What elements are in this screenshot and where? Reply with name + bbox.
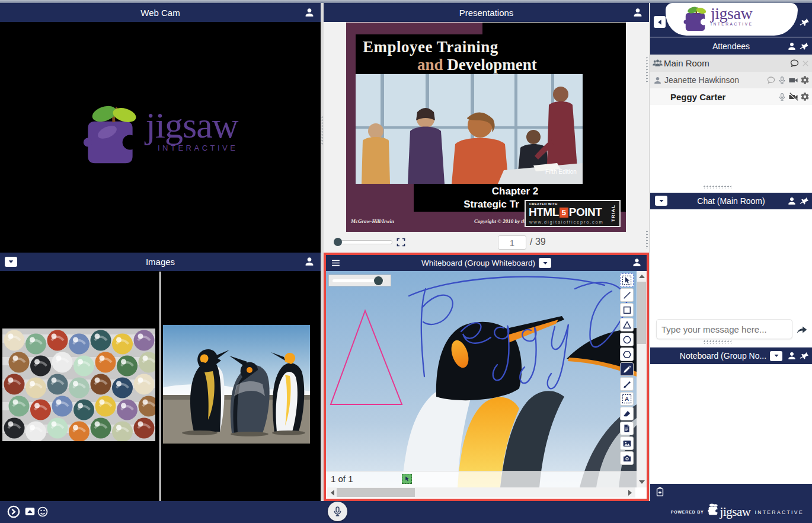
tool-camera-button[interactable]: [620, 451, 634, 465]
chat-title: Chat (Main Room): [697, 196, 765, 206]
chat-send-icon[interactable]: [795, 323, 808, 336]
whiteboard-horizontal-scrollbar[interactable]: [327, 487, 635, 498]
presentations-header: Presentations: [324, 3, 649, 22]
whiteboard-menu-icon[interactable]: [331, 258, 341, 268]
chat-body: [650, 209, 812, 347]
tool-image-button[interactable]: [620, 436, 634, 450]
whiteboard-panel: Whiteboard (Group Whiteboard): [324, 253, 649, 501]
attendee-row[interactable]: Peggy Carter: [650, 88, 812, 105]
jigsaw-wordmark-sub: INTERACTIVE: [146, 143, 238, 152]
slide-chapter: Chapter 2: [435, 186, 595, 197]
images-participants-icon[interactable]: [304, 256, 315, 267]
room-close-icon[interactable]: [801, 59, 810, 68]
slide-photo: [356, 74, 583, 184]
whiteboard-header: Whiteboard (Group Whiteboard): [326, 255, 647, 271]
microphone-button[interactable]: [328, 502, 347, 521]
tool-triangle-button[interactable]: [620, 318, 634, 331]
emoji-button[interactable]: [37, 506, 49, 518]
whiteboard-toolbar: [620, 273, 635, 466]
images-dropdown-button[interactable]: [5, 257, 17, 267]
tool-rectangle-button[interactable]: [620, 303, 634, 317]
footer-wordmark: jigsaw: [720, 505, 751, 519]
attendee-camera-icon[interactable]: [788, 75, 798, 85]
attendee-room-row[interactable]: Main Room: [650, 55, 812, 72]
group-icon: [652, 58, 663, 69]
room-name: Main Room: [664, 58, 709, 68]
jigsaw-wordmark: jigsaw: [146, 109, 238, 142]
footer-puzzle-icon: [708, 506, 718, 516]
attendees-pin-icon[interactable]: [798, 40, 810, 52]
noteboard-body[interactable]: [650, 364, 812, 484]
panel-resize-handle[interactable]: [645, 56, 649, 83]
tool-document-button[interactable]: [620, 422, 634, 435]
attendee-camera-off-icon[interactable]: [788, 92, 798, 102]
attendee-row[interactable]: Jeanette Hawkinson: [650, 72, 812, 89]
attendee-name: Peggy Carter: [670, 92, 725, 102]
slide-edition: Fifth Edition: [545, 168, 577, 175]
attendee-mic-icon[interactable]: [778, 76, 787, 85]
chat-pin-icon[interactable]: [798, 195, 810, 207]
attendees-participants-icon[interactable]: [787, 42, 797, 51]
image-slot-marbles[interactable]: [0, 272, 159, 501]
image-slot-penguins[interactable]: [161, 272, 321, 501]
whiteboard-vertical-scrollbar[interactable]: [637, 271, 647, 487]
app-window: Web Cam jigsaw INTERACTIVE: [0, 0, 812, 523]
presentation-zoom-slider[interactable]: [337, 240, 392, 244]
whiteboard-participants-icon[interactable]: [632, 257, 642, 267]
room-chat-icon[interactable]: [789, 58, 800, 68]
fullscreen-icon[interactable]: [396, 237, 406, 250]
whiteboard-zoom-slider[interactable]: [328, 275, 391, 286]
attendee-settings-icon[interactable]: [800, 92, 810, 101]
slider-knob[interactable]: [334, 238, 342, 246]
tool-hexagon-button[interactable]: [620, 347, 634, 361]
images-panel: Images: [0, 253, 321, 501]
tool-circle-button[interactable]: [620, 333, 634, 346]
panel-resize-handle[interactable]: [703, 340, 731, 344]
noteboard-dropdown-button[interactable]: [770, 351, 782, 361]
tool-pencil-button[interactable]: [620, 362, 634, 376]
sidebar-jigsaw-logo: jigsaw INTERACTIVE: [683, 5, 753, 33]
attendees-header: Attendees: [650, 37, 812, 55]
tool-eraser-button[interactable]: [620, 407, 634, 420]
chat-header: Chat (Main Room): [650, 193, 812, 209]
attendee-chat-icon[interactable]: [766, 75, 776, 85]
whiteboard-dropdown-button[interactable]: [539, 258, 551, 268]
share-image-button[interactable]: [24, 506, 36, 516]
webcam-participants-icon[interactable]: [304, 7, 315, 18]
footer-wordmark-sub: INTERACTIVE: [755, 509, 804, 515]
sidebar-collapse-button[interactable]: [654, 16, 666, 28]
presentations-participants-icon[interactable]: [632, 7, 643, 18]
powered-by-label: POWERED BY: [671, 510, 704, 514]
noteboard-participants-icon[interactable]: [787, 351, 797, 361]
images-header: Images: [0, 253, 321, 271]
attendees-title: Attendees: [712, 42, 750, 51]
sidebar-pin-icon[interactable]: [798, 16, 811, 28]
expand-tray-button[interactable]: [7, 505, 20, 518]
noteboard-header: Noteboard (Group No...: [650, 347, 812, 364]
slide-watermark: CREATED WITH HTML 5 POINT www.digitaloff…: [525, 200, 621, 227]
page-number-input[interactable]: [498, 235, 526, 250]
tool-line-button[interactable]: [620, 288, 634, 302]
clipboard-icon[interactable]: [655, 487, 665, 497]
chat-participants-icon[interactable]: [787, 196, 797, 206]
noteboard-pin-icon[interactable]: [798, 350, 810, 362]
jigsaw-leaves: [91, 104, 138, 128]
chat-message-input[interactable]: [656, 319, 792, 339]
whiteboard-page-thumbnail[interactable]: [402, 474, 412, 484]
whiteboard-slider-knob[interactable]: [374, 276, 383, 285]
penguins-image: [163, 325, 310, 444]
panel-resize-handle[interactable]: [321, 116, 324, 145]
noteboard-title: Noteboard (Group No...: [680, 351, 766, 361]
attendee-settings-icon[interactable]: [800, 75, 810, 85]
sidebar: jigsaw INTERACTIVE Attendees Main Room J…: [650, 3, 812, 501]
whiteboard-canvas[interactable]: 1 of 1: [326, 271, 637, 487]
tool-brush-button[interactable]: [620, 377, 634, 391]
attendee-mic-icon[interactable]: [778, 93, 787, 101]
presentation-slide[interactable]: Employee Training and Development: [346, 23, 626, 232]
tool-select-button[interactable]: [620, 273, 634, 287]
panel-resize-handle[interactable]: [645, 230, 649, 249]
chat-dropdown-button[interactable]: [655, 196, 667, 206]
webcam-panel: Web Cam jigsaw INTERACTIVE: [0, 3, 321, 253]
tool-text-button[interactable]: [620, 392, 634, 406]
panel-resize-handle[interactable]: [703, 185, 731, 189]
